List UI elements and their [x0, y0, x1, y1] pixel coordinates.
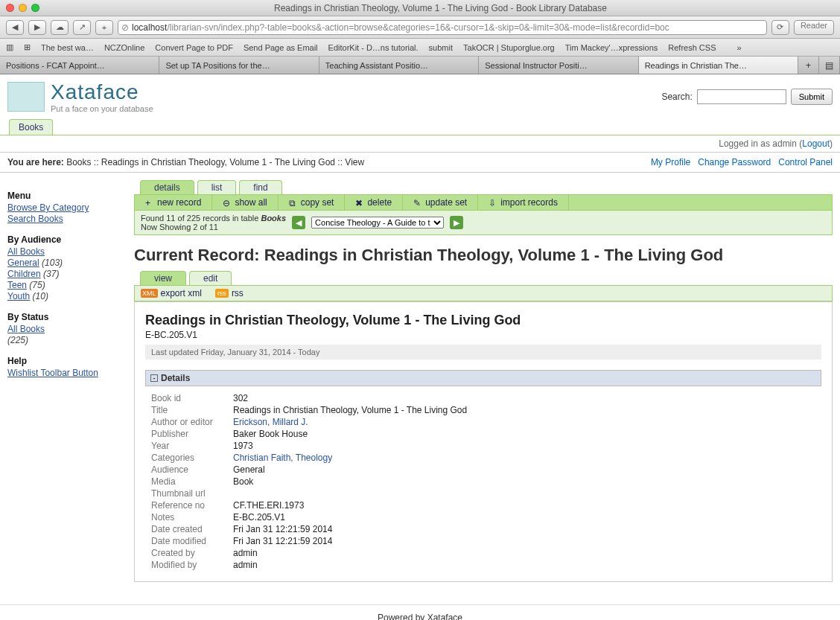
tab-overview-icon[interactable]: ▤	[819, 57, 840, 74]
prev-record-button[interactable]: ◀	[292, 216, 305, 229]
sidebar: Menu Browse By Category Search Books By …	[7, 180, 134, 582]
action-import-records[interactable]: ⇩ import records	[478, 195, 569, 210]
top-sites-icon[interactable]: ⊞	[24, 42, 31, 52]
wishlist-link[interactable]: Wishlist Toolbar Button	[7, 368, 98, 378]
subtab-details[interactable]: details	[140, 180, 194, 194]
detail-row: Date createdFri Jan 31 12:21:59 2014	[151, 523, 821, 535]
detail-row: Year1973	[151, 440, 821, 452]
more-bookmarks-icon[interactable]: »	[736, 43, 741, 52]
logout-link[interactable]: Logout	[802, 138, 830, 149]
window-titlebar: Readings in Christian Theology, Volume 1…	[0, 0, 840, 16]
traffic-lights	[6, 4, 39, 12]
detail-row: Thumbnail url	[151, 488, 821, 499]
browser-tab[interactable]: Positions - FCAT Appoint…	[0, 57, 159, 74]
url-field[interactable]: ⊘ localhost /librarian-svn/index.php?-ta…	[118, 20, 767, 35]
minimize-window-icon[interactable]	[19, 4, 27, 12]
next-record-button[interactable]: ▶	[450, 216, 463, 229]
bookmark-item[interactable]: EditorKit - D…ns tutorial.	[328, 43, 419, 52]
zoom-window-icon[interactable]	[31, 4, 39, 12]
detail-row: CategoriesChristian Faith, Theology	[151, 452, 821, 464]
bookmark-item[interactable]: Send Page as Email	[244, 43, 318, 52]
action-bar: + new record⊖ show all⧉ copy set✖ delete…	[134, 194, 833, 211]
viewtab-edit[interactable]: edit	[189, 271, 232, 285]
copy-set-icon: ⧉	[289, 198, 298, 207]
tab-books[interactable]: Books	[9, 119, 53, 135]
new-record-icon: +	[145, 198, 154, 207]
detail-row: Reference noCF.THE.ERI.1973	[151, 499, 821, 511]
viewtab-view[interactable]: view	[140, 271, 186, 285]
browser-toolbar: ◀ ▶ ☁ ↗ + ⊘ localhost /librarian-svn/ind…	[0, 16, 840, 39]
bookmark-item[interactable]: Refresh CSS	[668, 43, 716, 52]
bookmark-item[interactable]: submit	[429, 43, 453, 52]
footer: Powered by Xataface (c) 2005-2014 All ri…	[0, 604, 840, 620]
subtab-find[interactable]: find	[239, 180, 281, 194]
by-status-heading: By Status	[7, 312, 127, 322]
browse-by-category-link[interactable]: Browse By Category	[7, 202, 89, 213]
browser-tab[interactable]: Readings in Christian The…	[639, 57, 798, 74]
search-input[interactable]	[697, 89, 786, 104]
detail-row: Book id302	[151, 392, 821, 404]
action-copy-set[interactable]: ⧉ copy set	[279, 195, 346, 210]
sidebar-item[interactable]: Teen	[7, 280, 27, 290]
show-all-icon: ⊖	[223, 198, 232, 207]
sidebar-item[interactable]: Children	[7, 269, 41, 279]
search-submit-button[interactable]: Submit	[791, 89, 833, 105]
bookmark-item[interactable]: Convert Page to PDF	[155, 43, 233, 52]
detail-row: Created byadmin	[151, 547, 821, 559]
cloud-icon[interactable]: ☁	[51, 20, 69, 35]
search-books-link[interactable]: Search Books	[7, 214, 63, 224]
subtab-list[interactable]: list	[197, 180, 237, 194]
sidebar-item[interactable]: All Books	[7, 246, 45, 257]
logo-text: Xataface	[51, 80, 153, 104]
export-rss[interactable]: rss rss	[215, 288, 244, 298]
action-update-set[interactable]: ✎ update set	[403, 195, 478, 210]
detail-row: Modified byadmin	[151, 559, 821, 571]
help-heading: Help	[7, 356, 127, 366]
close-window-icon[interactable]	[6, 4, 14, 12]
browser-tab[interactable]: Teaching Assistant Positio…	[319, 57, 479, 74]
record-code: E-BC.205.V1	[145, 330, 821, 340]
record-box: Readings in Christian Theology, Volume 1…	[134, 301, 833, 582]
forward-button[interactable]: ▶	[28, 20, 46, 35]
bookmark-item[interactable]: TakOCR | Stuporglue.org	[463, 43, 555, 52]
action-delete[interactable]: ✖ delete	[345, 195, 403, 210]
current-record-heading: Current Record: Readings in Christian Th…	[134, 246, 833, 265]
action-show-all[interactable]: ⊖ show all	[212, 195, 278, 210]
logo-subtext: Put a face on your database	[51, 104, 153, 113]
export-bar: XML export xmlrss rss	[134, 285, 833, 301]
bookmark-item[interactable]: The best wa…	[41, 43, 94, 52]
window-title: Readings in Christian Theology, Volume 1…	[47, 3, 834, 13]
record-selector[interactable]: Concise Theology - A Guide to t	[311, 217, 444, 228]
sidebar-item[interactable]: General	[7, 258, 39, 268]
detail-link[interactable]: Christian Faith, Theology	[233, 453, 332, 463]
collapse-icon[interactable]: -	[150, 374, 158, 382]
share-icon[interactable]: ↗	[73, 20, 91, 35]
browser-tab[interactable]: Set up TA Positions for the…	[159, 57, 319, 74]
new-tab-button[interactable]: +	[798, 57, 819, 74]
back-button[interactable]: ◀	[6, 20, 24, 35]
profile-link[interactable]: Change Password	[698, 157, 771, 167]
add-bookmark-button[interactable]: +	[95, 20, 113, 35]
details-header[interactable]: - Details	[145, 370, 821, 386]
reader-button[interactable]: Reader	[794, 20, 834, 35]
detail-link[interactable]: Erickson, Millard J.	[233, 417, 308, 427]
detail-row: AudienceGeneral	[151, 464, 821, 476]
browser-tab[interactable]: Sessional Instructor Positi…	[479, 57, 638, 74]
breadcrumb: You are here: Books :: Readings in Chris…	[7, 157, 364, 167]
export-export-xml[interactable]: XML export xml	[141, 288, 202, 298]
action-new-record[interactable]: + new record	[135, 195, 212, 210]
show-all-bookmarks-icon[interactable]: ▥	[6, 42, 13, 52]
browser-tabs: Positions - FCAT Appoint…Set up TA Posit…	[0, 57, 840, 74]
detail-row: Author or editorErickson, Millard J.	[151, 416, 821, 428]
xataface-logo[interactable]: Xataface Put a face on your database	[7, 80, 153, 113]
bookmarks-bar: ▥ ⊞ The best wa…NCZOnlineConvert Page to…	[0, 39, 840, 57]
sidebar-item[interactable]: Youth	[7, 291, 30, 301]
profile-link[interactable]: Control Panel	[778, 157, 833, 167]
profile-link[interactable]: My Profile	[651, 157, 690, 167]
detail-row: TitleReadings in Christian Theology, Vol…	[151, 404, 821, 416]
bookmark-item[interactable]: Tim Mackey'…xpressions	[565, 43, 658, 52]
sidebar-item[interactable]: All Books	[7, 324, 45, 334]
reload-button[interactable]: ⟳	[771, 20, 789, 35]
url-path: /librarian-svn/index.php?-table=books&-a…	[167, 22, 669, 33]
bookmark-item[interactable]: NCZOnline	[104, 43, 144, 52]
